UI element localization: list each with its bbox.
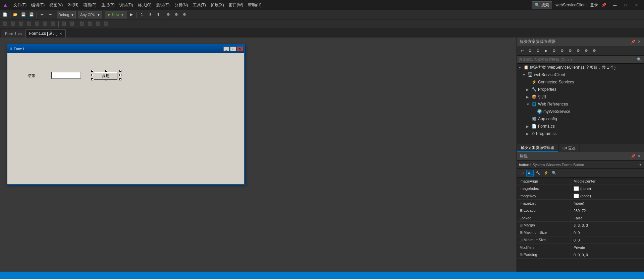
menu-extensions[interactable]: 扩展(X)	[209, 2, 226, 9]
misc-btn-3[interactable]: ⚙	[181, 11, 188, 18]
sol-tb-btn-10[interactable]: ⚙	[591, 47, 598, 55]
menu-build[interactable]: 生成(B)	[99, 2, 117, 9]
props-type-arrow[interactable]: ▼	[639, 163, 642, 166]
step-over-btn[interactable]: ⤵	[138, 11, 146, 18]
call-button[interactable]: 调用	[94, 72, 117, 80]
menu-file[interactable]: 文件(F)	[11, 2, 29, 9]
save-all-btn[interactable]: 💾	[28, 11, 35, 18]
tb2-btn-10[interactable]: ⬛	[78, 20, 86, 27]
menu-window[interactable]: 窗口(W)	[227, 2, 245, 9]
props-search-btn[interactable]: 🔍	[550, 170, 558, 177]
menu-edit[interactable]: 编辑(E)	[29, 2, 47, 9]
tb2-btn-6[interactable]: ⬛	[42, 20, 49, 27]
tab-close-icon[interactable]: ✕	[59, 32, 62, 36]
tree-form1cs[interactable]: ▶ 📄 Form1.cs	[517, 123, 644, 130]
sol-tb-btn-1[interactable]: ↩	[518, 47, 526, 55]
expand-icon-program[interactable]: ▶	[526, 132, 530, 136]
handle-tr[interactable]	[119, 70, 121, 72]
props-value-imagelist[interactable]: (none)	[571, 201, 644, 205]
step-out-btn[interactable]: ⬆	[154, 11, 162, 18]
props-value-imagekey[interactable]: (none)	[571, 194, 644, 198]
new-project-btn[interactable]: 📄	[1, 11, 9, 18]
props-value-minimumsize[interactable]: 0, 0	[571, 238, 644, 242]
props-events-btn[interactable]: ⚡	[542, 170, 550, 177]
tree-solution[interactable]: ▼ 📋 解决方案 'webServiceClient' (1 个项目，共 1 个…	[517, 64, 644, 71]
tab-form1cs[interactable]: Form1.cs	[1, 29, 25, 38]
menu-git[interactable]: Git(G)	[65, 2, 80, 9]
props-value-imagealign[interactable]: MiddleCenter	[571, 179, 644, 183]
props-value-margin[interactable]: 3, 3, 3, 3	[571, 223, 644, 227]
tb2-btn-12[interactable]: ⬛	[95, 20, 102, 27]
sol-tb-btn-5[interactable]: ⚙	[550, 47, 558, 55]
sol-tb-btn-6[interactable]: ⚙	[558, 47, 566, 55]
sol-tb-btn-3[interactable]: ⚙	[534, 47, 542, 55]
tree-programcs[interactable]: ▶ © Program.cs	[517, 130, 644, 137]
tb2-btn-7[interactable]: ⬛	[50, 20, 57, 27]
tb2-btn-13[interactable]: ⬛	[103, 20, 110, 27]
props-properties-btn[interactable]: 🔧	[534, 170, 542, 177]
menu-view[interactable]: 视图(V)	[47, 2, 65, 9]
tab-form1cs-design[interactable]: Form1.cs [设计] ✕	[25, 29, 66, 38]
props-value-padding[interactable]: 0, 0, 0, 0	[571, 253, 644, 257]
props-value-modifiers[interactable]: Private	[571, 246, 644, 250]
form-close-btn[interactable]: ✕	[237, 47, 243, 51]
props-value-imageindex[interactable]: (none)	[571, 186, 644, 191]
redo-btn[interactable]: ↪	[46, 11, 54, 18]
solution-footer-tab-git[interactable]: Git 更改	[558, 144, 580, 152]
sol-tb-btn-9[interactable]: ⚙	[583, 47, 590, 55]
menu-debug[interactable]: 调试(D)	[117, 2, 135, 9]
login-button[interactable]: 登录	[590, 2, 598, 8]
misc-btn-2[interactable]: ⚙	[173, 11, 180, 18]
tree-appconfig[interactable]: ⚙️ App.config	[517, 115, 644, 123]
tb2-btn-11[interactable]: ⬛	[87, 20, 94, 27]
handle-tl[interactable]	[91, 70, 93, 72]
tb2-btn-9[interactable]: ⬛	[68, 20, 75, 27]
run-button[interactable]: ▶ 启动 ▼	[105, 11, 127, 18]
platform-dropdown[interactable]: Any CPU ▼	[78, 11, 102, 18]
tb2-btn-3[interactable]: ⬛	[17, 20, 25, 27]
tree-references[interactable]: ▶ 📦 引用	[517, 93, 644, 100]
maximize-button[interactable]: □	[621, 2, 631, 8]
expand-icon-refs[interactable]: ▶	[526, 95, 530, 99]
menu-format[interactable]: 格式(O)	[136, 2, 154, 9]
handle-tm[interactable]	[105, 70, 107, 72]
debug-mode-dropdown[interactable]: Debug ▼	[57, 11, 76, 18]
step-into-btn[interactable]: ⬇	[146, 11, 154, 18]
form-maximize-btn[interactable]: □	[230, 47, 236, 51]
tree-project[interactable]: ▼ 🖥️ webServiceClient	[517, 71, 644, 78]
minimize-button[interactable]: —	[610, 2, 620, 8]
solution-footer-tab-explorer[interactable]: 解决方案资源管理器	[517, 144, 558, 152]
tb2-btn-8[interactable]: ⬛	[60, 20, 67, 27]
windows-form[interactable]: 🖥 Form1 _ □ ✕ 结果:	[7, 44, 245, 185]
attach-btn[interactable]: ▶	[128, 11, 135, 18]
tree-properties[interactable]: ▶ 🔧 Properties	[517, 86, 644, 93]
props-value-location[interactable]: 289, 72	[571, 209, 644, 213]
panel-pin-btn[interactable]: 📌	[630, 40, 636, 44]
open-btn[interactable]: 📂	[12, 11, 19, 18]
tree-web-references[interactable]: ▼ 🌐 Web References	[517, 100, 644, 108]
expand-icon-solution[interactable]: ▼	[518, 66, 522, 69]
save-btn[interactable]: 💾	[20, 11, 27, 18]
expand-icon-webrefs[interactable]: ▼	[526, 102, 530, 106]
sol-tb-btn-4[interactable]: ▶	[542, 47, 550, 55]
menu-help[interactable]: 帮助(H)	[246, 2, 264, 9]
expand-icon-form1[interactable]: ▶	[526, 125, 530, 128]
result-textbox[interactable]	[51, 72, 81, 79]
solution-search-input[interactable]	[519, 58, 636, 62]
props-value-maximumsize[interactable]: 0, 0	[571, 231, 644, 235]
sol-tb-btn-8[interactable]: ⚙	[575, 47, 582, 55]
tb2-btn-4[interactable]: ⬛	[25, 20, 33, 27]
props-close-btn[interactable]: ✕	[637, 154, 641, 158]
sol-tb-btn-7[interactable]: ⚙	[567, 47, 574, 55]
expand-icon-props[interactable]: ▶	[526, 88, 530, 91]
form-minimize-btn[interactable]: _	[223, 47, 229, 51]
menu-analyze[interactable]: 分析(N)	[172, 2, 190, 9]
props-pin-btn[interactable]: 📌	[630, 154, 636, 158]
tree-connected-services[interactable]: ⚡ Connected Services	[517, 78, 644, 86]
search-box[interactable]: 🔍 搜索	[532, 1, 552, 9]
handle-bl[interactable]	[91, 78, 93, 80]
menu-tools[interactable]: 工具(T)	[191, 2, 208, 9]
undo-btn[interactable]: ↩	[38, 11, 46, 18]
expand-icon-project[interactable]: ▼	[522, 73, 526, 77]
tree-mywebservice[interactable]: 🌍 myWebService	[517, 108, 644, 115]
